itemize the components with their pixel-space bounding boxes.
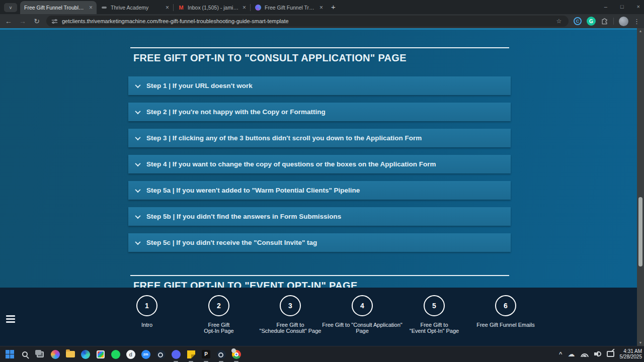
taskbar-icons: d zm P — [4, 348, 242, 360]
minimize-button[interactable]: – — [604, 4, 607, 10]
discord-icon[interactable] — [170, 348, 182, 360]
microsoft-store-icon[interactable] — [95, 348, 106, 360]
tab-search-button[interactable]: v — [4, 3, 17, 12]
chevron-down-icon — [135, 239, 140, 244]
toolbar-separator — [613, 18, 614, 25]
scroll-down-arrow[interactable]: ▼ — [637, 340, 644, 346]
gmail-favicon-icon: M — [178, 4, 185, 11]
d-app-icon[interactable]: d — [125, 348, 136, 360]
hamburger-menu-icon[interactable] — [6, 315, 15, 324]
step-number: 3 — [280, 295, 301, 316]
tab-close-icon[interactable]: × — [166, 5, 169, 11]
scroll-up-arrow[interactable]: ▲ — [637, 28, 644, 34]
chevron-down-icon — [135, 82, 140, 87]
tab-title: Free Gift Funnel Troubleshooti — [265, 5, 316, 11]
tune-icon[interactable] — [51, 18, 58, 25]
windows-taskbar: d zm P ^ ☁ 4:31 AM 5/28/2025 — [0, 346, 644, 362]
file-explorer-icon[interactable] — [64, 348, 76, 360]
browser-toolbar: ← → ↻ getclients.thrivemarketingmachine.… — [0, 14, 644, 28]
scrollbar-thumb[interactable] — [638, 197, 642, 266]
browser-menu-icon[interactable]: ⋮ — [633, 18, 640, 25]
system-tray: ^ ☁ 4:31 AM 5/28/2025 — [559, 346, 642, 362]
accordion-step-5a[interactable]: Step 5a | If you weren't added to "Warm … — [128, 181, 511, 200]
chrome-icon[interactable] — [230, 348, 242, 360]
bookmark-star-icon[interactable]: ☆ — [554, 18, 564, 25]
chevron-down-icon — [135, 108, 140, 114]
chevron-down-icon — [135, 134, 140, 140]
tab-title: Free Gift Funnel Troubleshooti — [24, 5, 86, 11]
search-icon[interactable] — [19, 348, 31, 360]
page-top-accent — [0, 28, 637, 30]
vertical-scrollbar[interactable]: ▲ ▼ — [637, 28, 644, 346]
tray-time: 4:31 AM — [620, 348, 642, 354]
accordion-label: Step 5b | If you didn't find the answers… — [146, 213, 341, 220]
forward-button[interactable]: → — [18, 17, 27, 25]
desktop-screen: v Free Gift Funnel Troubleshooti × Thriv… — [0, 0, 644, 362]
tab-title: Inbox (1,505) - jamie@thrive-a — [188, 5, 239, 11]
step-number: 6 — [495, 295, 516, 316]
window-controls: – □ × — [604, 0, 640, 13]
steam-icon[interactable] — [155, 348, 167, 360]
accordion-step-3[interactable]: Step 3 | If clicking any of the 3 button… — [128, 129, 511, 147]
copilot-icon[interactable] — [49, 348, 61, 360]
tab-close-icon[interactable]: × — [89, 5, 93, 11]
grammarly-extension-icon[interactable]: G — [587, 17, 596, 26]
tab-free-gift-funnel-1[interactable]: Free Gift Funnel Troubleshooti × — [20, 1, 97, 14]
browser-tab-strip: v Free Gift Funnel Troubleshooti × Thriv… — [0, 0, 644, 14]
generic-favicon-icon — [101, 4, 108, 11]
task-view-icon[interactable] — [34, 348, 46, 360]
close-button[interactable]: × — [637, 4, 640, 10]
back-button[interactable]: ← — [4, 17, 13, 25]
new-tab-button[interactable]: + — [331, 3, 336, 11]
accordion-step-4[interactable]: Step 4 | If you want to change the copy … — [128, 155, 511, 173]
reload-button[interactable]: ↻ — [32, 17, 41, 25]
accordion-label: Step 3 | If clicking any of the 3 button… — [146, 134, 422, 142]
tray-date: 5/28/2025 — [620, 354, 642, 359]
tab-close-icon[interactable]: × — [243, 5, 246, 11]
accordion-step-1[interactable]: Step 1 | If your URL doesn't work — [128, 76, 511, 95]
taskbar-clock[interactable]: 4:31 AM 5/28/2025 — [620, 348, 642, 359]
accordion-label: Step 2 | If you're not happy with the Co… — [146, 108, 326, 116]
wifi-icon[interactable] — [581, 351, 589, 357]
accordion-label: Step 5c | If you didn't receive the "Con… — [146, 239, 317, 246]
maximize-button[interactable]: □ — [620, 4, 624, 10]
step-number: 5 — [424, 295, 445, 316]
volume-icon[interactable] — [594, 351, 601, 357]
address-bar[interactable]: getclients.thrivemarketingmachine.com/fr… — [46, 16, 569, 27]
profile-avatar[interactable] — [619, 17, 628, 26]
chevron-down-icon — [135, 160, 140, 166]
chevron-down-icon — [135, 187, 140, 192]
step-number: 4 — [352, 295, 373, 316]
steam-2-icon[interactable] — [215, 348, 227, 360]
page-footer-nav: 1 Intro 2 Free GiftOpt-In Page 3 Free Gi… — [0, 288, 644, 346]
edge-icon[interactable] — [79, 348, 91, 360]
footer-step-6[interactable]: 6 Free Gift Funnel Emails — [463, 295, 548, 328]
sticky-notes-icon[interactable] — [185, 348, 197, 360]
zoom-icon[interactable]: zm — [140, 348, 151, 360]
onedrive-icon[interactable]: ☁ — [568, 350, 575, 358]
extensions-area: C G ⋮ — [574, 17, 640, 26]
tab-free-gift-funnel-2[interactable]: Free Gift Funnel Troubleshooti × — [251, 1, 327, 14]
accordion-label: Step 1 | If your URL doesn't work — [146, 82, 253, 89]
section1-title: FREE GIFT OPT-IN TO "CONSULT APPLICATION… — [133, 52, 516, 64]
accordion-step-2[interactable]: Step 2 | If you're not happy with the Co… — [128, 103, 511, 121]
step-number: 2 — [208, 295, 229, 316]
pen-icon[interactable] — [607, 351, 614, 357]
dark-app-icon[interactable]: P — [200, 348, 212, 360]
webpage-viewport: FREE GIFT OPT-IN TO "CONSULT APPLICATION… — [0, 28, 644, 346]
spotify-icon[interactable] — [110, 348, 121, 360]
extension-c-icon[interactable]: C — [574, 17, 582, 25]
section-divider — [130, 275, 509, 276]
step-number: 1 — [136, 295, 157, 316]
site-favicon-icon — [255, 4, 262, 11]
tab-thrive-academy[interactable]: Thrive Academy × — [97, 1, 173, 14]
tab-title: Thrive Academy — [111, 5, 163, 11]
accordion-step-5b[interactable]: Step 5b | If you didn't find the answers… — [128, 207, 511, 226]
accordion-step-5c[interactable]: Step 5c | If you didn't receive the "Con… — [128, 233, 511, 252]
url-text: getclients.thrivemarketingmachine.com/fr… — [62, 18, 550, 24]
start-button-icon[interactable] — [4, 348, 16, 360]
tab-close-icon[interactable]: × — [319, 5, 323, 11]
hidden-icons-chevron-icon[interactable]: ^ — [559, 351, 562, 357]
tab-gmail-inbox[interactable]: M Inbox (1,505) - jamie@thrive-a × — [174, 1, 250, 14]
extensions-puzzle-icon[interactable] — [601, 18, 608, 25]
